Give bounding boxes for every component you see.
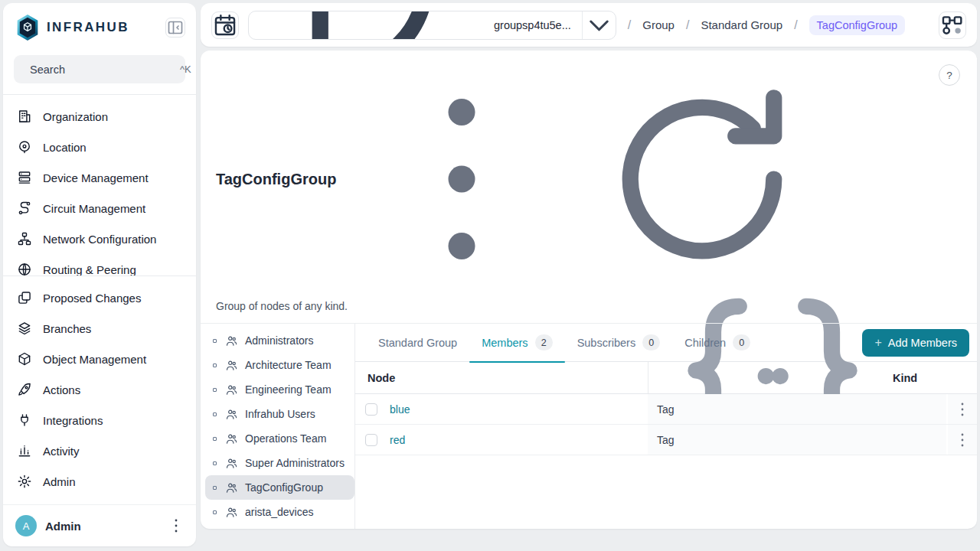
branch-name: groupsp4tu5e... [494, 19, 571, 31]
plug-icon [17, 412, 32, 428]
avatar: A [15, 515, 37, 536]
sidebar-item-label: Integrations [43, 414, 103, 427]
server-icon [17, 170, 32, 185]
sidebar-collapse-button[interactable] [165, 18, 185, 37]
tree-bullet-icon [213, 486, 217, 490]
tab-members[interactable]: Members 2 [469, 324, 564, 362]
chart-bar-icon [17, 443, 32, 458]
sidebar-item-proposed-changes[interactable]: Proposed Changes [3, 282, 196, 313]
tab-standard-group[interactable]: Standard Group [366, 324, 469, 362]
group-name: arista_devices [245, 506, 314, 518]
group-list-item[interactable]: arista_devices [205, 500, 354, 524]
sidebar-item-integrations[interactable]: Integrations [3, 405, 196, 435]
row-checkbox[interactable] [365, 434, 377, 446]
members-table: Node Kind blue Tag red Tag [355, 362, 977, 455]
users-icon [225, 457, 238, 470]
group-list-item[interactable]: Architecture Team [205, 353, 354, 377]
sidebar-item-routing-peering[interactable]: Routing & Peering [3, 254, 196, 276]
hierarchy-icon [17, 231, 32, 246]
search-input[interactable] [30, 64, 173, 76]
tree-bullet-icon [213, 510, 217, 514]
tree-bullet-icon [213, 388, 217, 392]
globe-icon [17, 262, 32, 276]
tree-bullet-icon [213, 412, 217, 416]
group-list-item[interactable]: Super Administrators [205, 451, 354, 475]
sidebar-item-admin[interactable]: Admin [3, 466, 196, 497]
page-actions-menu-button[interactable] [347, 64, 577, 294]
column-header-node[interactable]: Node [355, 362, 648, 393]
row-checkbox[interactable] [365, 403, 377, 416]
calendar-clock-icon [212, 12, 238, 38]
group-list-item[interactable]: Engineering Team [205, 377, 354, 402]
sidebar-item-organization[interactable]: Organization [3, 101, 196, 132]
date-picker-button[interactable] [211, 11, 239, 39]
table-row: blue Tag [355, 394, 977, 425]
sidebar-item-label: Proposed Changes [43, 292, 141, 305]
tree-bullet-icon [213, 437, 217, 441]
user-menu-button[interactable] [167, 517, 185, 535]
refresh-button[interactable] [587, 64, 817, 294]
gear-icon [17, 474, 32, 489]
row-actions-cell [946, 394, 977, 424]
chevron-down-icon [583, 11, 616, 40]
breadcrumb-separator: / [794, 18, 797, 32]
sidebar-item-label: Organization [43, 110, 108, 123]
main-panel: TagConfigGroup Group of nodes of any kin… [201, 51, 977, 529]
column-header-kind-label: Kind [893, 372, 917, 384]
infrahub-logo-icon [15, 14, 40, 41]
user-row: A Admin [3, 504, 196, 546]
group-name: Infrahub Users [245, 408, 315, 420]
page-title: TagConfigGroup [216, 171, 336, 188]
sidebar: INFRAHUB ^K Organization Location Device… [3, 3, 196, 546]
branch-selector-main[interactable]: groupsp4tu5e... [249, 11, 582, 40]
topbar: groupsp4tu5e... / Group / Standard Group… [201, 3, 977, 47]
group-list-item[interactable]: Operations Team [205, 426, 354, 451]
tab-label: Subscribers [577, 337, 636, 349]
user-name: Admin [45, 520, 158, 533]
tab-subscribers[interactable]: Subscribers 0 [565, 324, 673, 362]
kebab-icon [953, 431, 972, 449]
group-list-item[interactable]: Infrahub Users [205, 402, 354, 426]
sidebar-item-label: Circuit Management [43, 202, 145, 215]
node-link[interactable]: red [390, 434, 405, 446]
group-list-item[interactable]: backbone_interfaces [205, 524, 354, 529]
branch-selector[interactable]: groupsp4tu5e... [248, 11, 616, 40]
sidebar-item-device-management[interactable]: Device Management [3, 162, 196, 193]
location-icon [17, 139, 32, 155]
page-header: TagConfigGroup Group of nodes of any kin… [201, 51, 977, 324]
sidebar-item-location[interactable]: Location [3, 132, 196, 162]
help-button[interactable]: ? [939, 64, 960, 86]
sidebar-item-branches[interactable]: Branches [3, 313, 196, 344]
kind-cell: Tag [648, 425, 946, 455]
kebab-icon [347, 64, 577, 294]
search-box[interactable]: ^K [14, 55, 185, 83]
sidebar-item-circuit-management[interactable]: Circuit Management [3, 193, 196, 223]
panel-collapse-icon [166, 18, 185, 37]
sidebar-item-label: Object Management [43, 353, 146, 366]
schema-button[interactable] [939, 11, 966, 39]
sidebar-item-label: Actions [43, 383, 80, 396]
group-list-item[interactable]: TagConfigGroup [205, 475, 354, 500]
sidebar-item-network-configuration[interactable]: Network Configuration [3, 223, 196, 254]
row-menu-button[interactable] [953, 400, 972, 419]
branch-dropdown-toggle[interactable] [582, 11, 616, 39]
sidebar-item-object-management[interactable]: Object Management [3, 344, 196, 374]
breadcrumb-group[interactable]: Group [642, 18, 675, 31]
sidebar-item-actions[interactable]: Actions [3, 374, 196, 405]
column-header-kind[interactable]: Kind [648, 362, 946, 393]
row-menu-button[interactable] [953, 431, 972, 449]
breadcrumb-current[interactable]: TagConfigGroup [809, 15, 906, 35]
table-header: Node Kind [355, 362, 977, 394]
group-list-item[interactable]: Administrators [205, 328, 354, 353]
sidebar-item-activity[interactable]: Activity [3, 435, 196, 466]
tab-children[interactable]: Children 0 [672, 324, 763, 362]
sidebar-item-label: Network Configuration [43, 233, 156, 246]
row-actions-cell [946, 425, 977, 455]
brand-name: INFRAHUB [47, 20, 165, 35]
breadcrumb-standard-group[interactable]: Standard Group [701, 18, 782, 31]
sidebar-item-label: Location [43, 141, 87, 154]
kind-cell: Tag [648, 394, 946, 424]
group-name: Super Administrators [245, 457, 345, 469]
column-header-actions [946, 362, 977, 393]
node-link[interactable]: blue [390, 403, 410, 416]
